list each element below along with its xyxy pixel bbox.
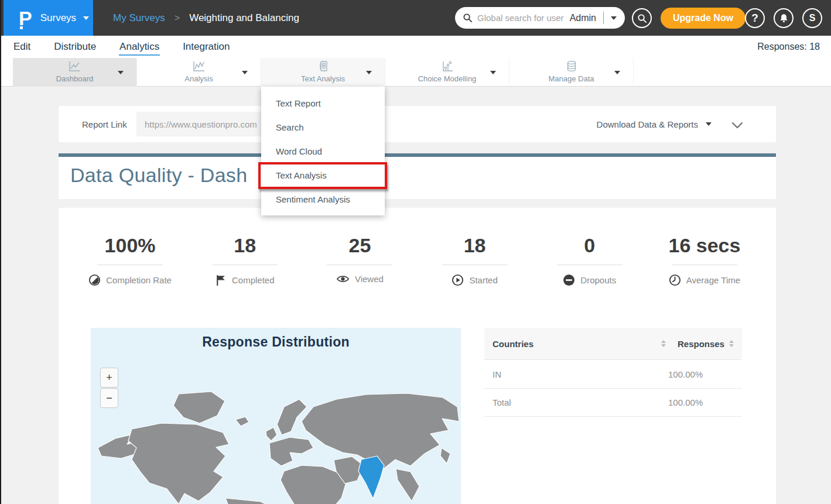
chevron-down-icon	[731, 122, 743, 129]
country-cell: IN	[493, 369, 668, 379]
toolbar-tab-text-analysis[interactable]: Text Analysis	[261, 58, 385, 87]
stat-label: Completion Rate	[106, 275, 172, 285]
stat-started: 18 Started	[418, 234, 532, 289]
divider	[603, 12, 604, 24]
page-title: Data Quality - Dash	[70, 164, 247, 187]
survey-stats-row: 100% Completion Rate 18 Completed 25 Vie…	[73, 234, 762, 289]
questionpro-logo: P	[19, 8, 32, 28]
divider	[97, 265, 163, 265]
global-search: Admin	[455, 7, 625, 29]
chevron-down-icon[interactable]	[366, 71, 372, 74]
breadcrumb-my-surveys[interactable]: My Surveys	[113, 12, 165, 24]
stat-label: Started	[469, 275, 497, 285]
stat-completed: 18 Completed	[187, 234, 302, 289]
breadcrumb-current-survey: Weighting and Balancing	[189, 12, 299, 24]
dashboard-heading-card: Data Quality - Dash	[59, 153, 776, 199]
world-map[interactable]	[91, 389, 461, 504]
table-row: Total 100.00%	[484, 388, 742, 417]
stat-value: 18	[418, 234, 532, 257]
countries-column-header[interactable]: Countries	[493, 339, 656, 349]
menu-item-search[interactable]: Search	[261, 115, 385, 139]
flag-icon	[216, 274, 227, 286]
help-button[interactable]: ?	[745, 8, 765, 28]
stat-value: 100%	[73, 234, 187, 257]
download-data-reports-label: Download Data & Reports	[597, 119, 698, 129]
search-scope-dropdown[interactable]	[611, 16, 617, 20]
clock-icon	[669, 274, 681, 286]
nav-tab-analytics[interactable]: Analytics	[119, 39, 160, 56]
menu-item-text-report[interactable]: Text Report	[261, 91, 385, 115]
menu-item-word-cloud[interactable]: Word Cloud	[261, 139, 385, 163]
user-avatar[interactable]: S	[802, 8, 822, 28]
sort-icon[interactable]	[661, 340, 666, 347]
toolbar-tab-dashboard[interactable]: Dashboard	[13, 58, 137, 87]
search-button[interactable]	[632, 8, 652, 28]
play-circle-icon	[452, 274, 464, 286]
stat-value: 25	[302, 234, 417, 257]
report-link-label: Report Link	[82, 106, 127, 142]
eye-icon	[336, 274, 350, 284]
completion-rate-icon	[88, 274, 101, 286]
stat-viewed: 25 Viewed	[302, 234, 417, 289]
responses-column-header[interactable]: Responses	[678, 339, 724, 349]
nav-tab-distribute[interactable]: Distribute	[53, 39, 97, 56]
download-data-reports-dropdown[interactable]: Download Data & Reports	[597, 106, 712, 142]
map-country-india[interactable]	[358, 456, 384, 499]
toolbar-tab-label: Choice Modelling	[385, 74, 509, 83]
toolbar-tab-label: Analysis	[137, 74, 261, 83]
divider	[672, 265, 737, 265]
map-title: Response Distribution	[91, 334, 461, 350]
dashboard-card: 100% Completion Rate 18 Completed 25 Vie…	[59, 208, 776, 504]
notifications-button[interactable]	[774, 8, 794, 28]
search-scope-label: Admin	[570, 13, 596, 23]
sort-icon[interactable]	[729, 340, 734, 347]
product-switcher[interactable]: P Surveys	[4, 0, 93, 36]
chevron-down-icon[interactable]	[118, 71, 124, 74]
nav-tab-edit[interactable]: Edit	[13, 39, 31, 56]
toolbar-tab-analysis[interactable]: Analysis	[137, 58, 261, 87]
stat-value: 16 secs	[647, 234, 762, 257]
response-distribution-panel: Response Distribution + −	[91, 328, 461, 504]
screen-edge	[0, 0, 1, 504]
global-search-input[interactable]	[473, 13, 570, 23]
stat-label: Completed	[232, 275, 275, 285]
table-row: IN 100.00%	[484, 359, 742, 388]
nav-tab-integration[interactable]: Integration	[182, 39, 230, 56]
text-analysis-menu: Text Report Search Word Cloud Text Analy…	[261, 87, 385, 215]
stat-dropouts: 0 Dropouts	[532, 234, 647, 289]
product-label: Surveys	[40, 12, 76, 24]
toolbar-tab-label: Manage Data	[509, 74, 633, 83]
responses-cell: 100.00%	[668, 369, 734, 379]
menu-item-text-analysis[interactable]: Text Analysis	[261, 163, 385, 187]
countries-table: Countries Responses IN 100.00% Total 100…	[484, 328, 742, 417]
collapse-section-chevron[interactable]	[731, 121, 743, 131]
stat-completion-rate: 100% Completion Rate	[73, 234, 187, 289]
responses-cell: 100.00%	[668, 397, 734, 407]
avatar-letter: S	[809, 13, 816, 23]
breadcrumb-separator-icon: >	[175, 13, 180, 23]
chevron-down-icon[interactable]	[242, 71, 248, 74]
toolbar-tab-choice-modelling[interactable]: Choice Modelling	[385, 58, 509, 87]
menu-item-sentiment-analysis[interactable]: Sentiment Analysis	[261, 187, 385, 211]
stat-average-time: 16 secs Average Time	[647, 234, 762, 289]
search-icon	[637, 13, 647, 23]
divider	[442, 265, 508, 265]
bell-icon	[779, 13, 789, 23]
responses-count: Responses: 18	[757, 36, 820, 58]
stat-label: Average Time	[686, 275, 740, 285]
top-bar: P Surveys My Surveys > Weighting and Bal…	[0, 0, 831, 36]
map-zoom-in-button[interactable]: +	[100, 368, 118, 388]
upgrade-now-button[interactable]: Upgrade Now	[661, 8, 745, 29]
chevron-down-icon[interactable]	[490, 71, 496, 74]
survey-nav: Edit Distribute Analytics Integration Re…	[0, 36, 831, 58]
divider	[557, 265, 623, 265]
stat-label: Viewed	[355, 274, 384, 284]
toolbar-tab-manage-data[interactable]: Manage Data	[509, 58, 634, 87]
help-icon: ?	[751, 12, 758, 25]
divider	[327, 265, 392, 265]
divider	[212, 265, 278, 265]
analytics-toolbar: Dashboard Analysis Text Analysis Choice …	[0, 58, 831, 87]
stat-value: 18	[187, 234, 302, 257]
minus-circle-icon	[563, 274, 575, 286]
chevron-down-icon[interactable]	[614, 71, 620, 74]
